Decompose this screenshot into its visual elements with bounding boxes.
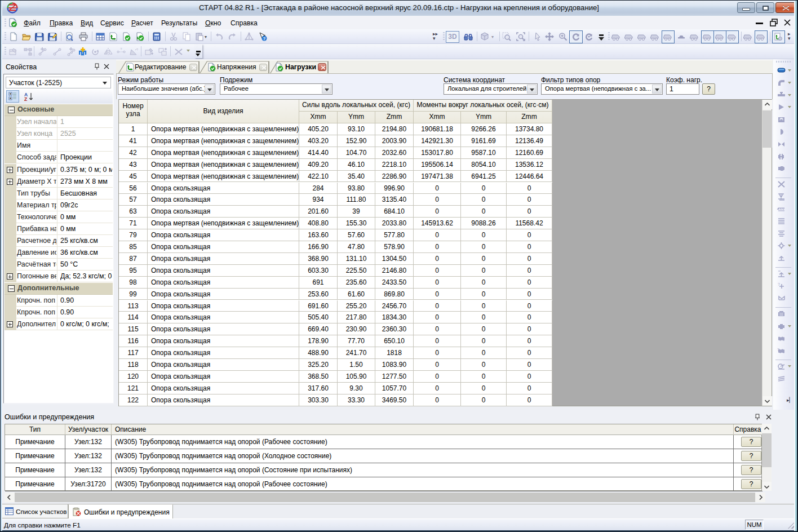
svg-text:?: ? [136, 48, 138, 51]
svg-text:?: ? [777, 348, 779, 352]
svg-text:?: ? [120, 47, 122, 51]
svg-text:Z: Z [24, 96, 27, 101]
svg-text:?: ? [263, 36, 266, 41]
svg-text:?: ? [778, 282, 780, 286]
